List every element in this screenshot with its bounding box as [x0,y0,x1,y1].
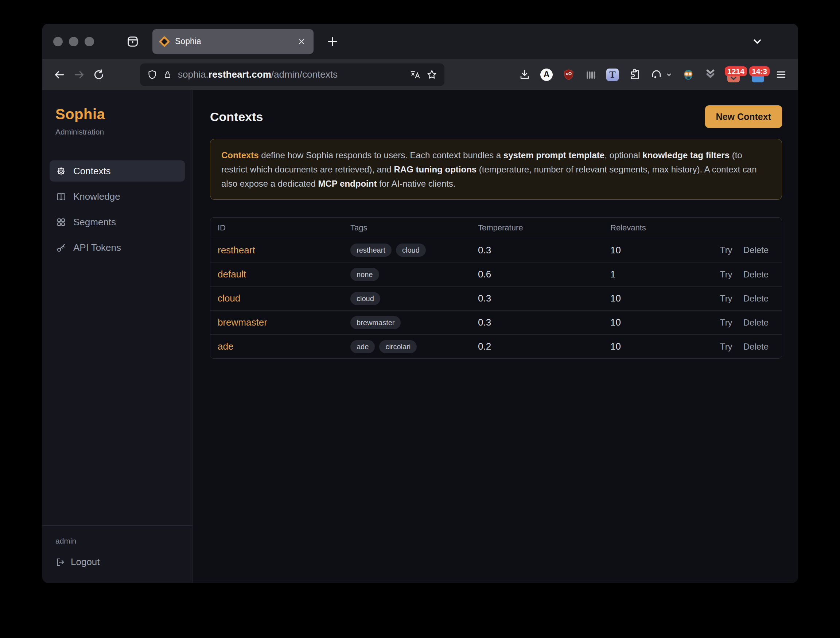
tab-title: Sophia [175,36,201,46]
relevants-value: 10 [610,245,703,256]
fence-extension-icon[interactable] [585,69,597,81]
info-segment: knowledge tag filters [643,150,729,160]
tag-pill: none [351,268,379,281]
try-button[interactable]: Try [720,342,733,352]
tag-pill: ade [351,340,375,353]
temperature-value: 0.3 [478,293,610,304]
info-segment: , optional [605,150,643,160]
desktop: { "browser": { "tab": { "title": "Sophia… [0,0,840,638]
tag-pill: restheart [351,243,392,257]
table-body: restheartrestheartcloud0.310TryDeletedef… [210,238,782,358]
window-close-button[interactable] [53,37,63,46]
sidebar-item-label: API Tokens [73,242,121,253]
delete-button[interactable]: Delete [744,269,769,280]
tag-pill: cloud [396,243,426,257]
window-minimize-button[interactable] [69,37,78,46]
context-id-link[interactable]: cloud [218,293,351,304]
try-button[interactable]: Try [720,294,733,304]
sidebar: Sophia Administration Contexts [42,90,193,583]
new-context-button[interactable]: New Context [705,105,782,128]
main-header: Contexts New Context [210,105,782,128]
table-header-row: ID Tags Temperature Relevants [210,218,782,238]
tab-list-chevron-icon[interactable] [752,36,763,47]
tag-pill: cloud [351,292,380,305]
logout-icon [55,557,65,567]
window-controls[interactable] [53,37,94,46]
tab-sidebar-toggle-icon[interactable] [126,35,139,48]
translate-icon[interactable] [410,69,421,80]
contexts-table: ID Tags Temperature Relevants restheartr… [210,217,782,359]
tracking-shield-icon[interactable] [147,69,157,79]
temperature-value: 0.3 [478,245,610,256]
main-panel: Contexts New Context Contexts define how… [193,90,798,583]
tab-sophia[interactable]: Sophia [152,29,314,54]
row-actions: TryDelete [703,245,769,255]
column-header-id: ID [218,223,351,232]
tags-cell: restheartcloud [351,243,478,257]
extensions-puzzle-icon[interactable] [628,68,641,81]
tags-cell: none [351,268,478,281]
back-button[interactable] [53,68,66,81]
delete-button[interactable]: Delete [744,317,769,328]
page-title: Contexts [210,110,263,124]
table-row: defaultnone0.61TryDelete [210,262,782,286]
svg-text:uO: uO [566,71,572,76]
clock-extension-icon[interactable]: 14:3 [751,66,765,83]
mail-extension-icon[interactable]: 1214 [726,66,741,83]
temperature-value: 0.6 [478,269,610,280]
try-button[interactable]: Try [720,269,733,280]
tab-close-icon[interactable] [297,38,306,46]
context-id-link[interactable]: restheart [218,245,351,256]
brand-title: Sophia [55,106,179,123]
gear-icon [56,166,66,176]
sidebar-item-contexts[interactable]: Contexts [50,160,185,182]
row-actions: TryDelete [703,317,769,328]
info-segment: Contexts [221,150,259,160]
tags-cell: adecircolari [351,340,478,353]
sidebar-item-label: Knowledge [73,191,120,202]
reload-button[interactable] [93,68,105,81]
menu-hamburger-icon[interactable] [775,68,787,81]
sophia-favicon-icon [159,36,170,47]
double-chevron-shield-icon[interactable] [704,68,717,81]
context-id-link[interactable]: default [218,269,351,280]
info-segment: RAG tuning options [394,164,477,174]
new-tab-button[interactable] [327,36,338,47]
table-row: brewmasterbrewmaster0.310TryDelete [210,310,782,334]
lock-icon[interactable] [163,70,172,79]
grid-icon [56,217,66,227]
sidebar-item-label: Contexts [73,166,111,177]
relevants-value: 1 [610,269,703,280]
tags-cell: cloud [351,292,478,305]
try-button[interactable]: Try [720,317,733,328]
sidebar-item-knowledge[interactable]: Knowledge [50,186,185,207]
monkey-glasses-icon[interactable] [682,68,695,81]
context-id-link[interactable]: ade [218,341,351,352]
temperature-value: 0.3 [478,317,610,328]
delete-button[interactable]: Delete [744,342,769,352]
delete-button[interactable]: Delete [744,245,769,255]
info-segment: define how Sophia responds to users. Eac… [259,150,504,160]
a-extension-icon[interactable]: A [540,68,553,81]
context-id-link[interactable]: brewmaster [218,317,351,328]
logout-button[interactable]: Logout [55,556,179,568]
bookmark-star-icon[interactable] [426,69,437,80]
downloads-icon[interactable] [519,69,531,81]
row-actions: TryDelete [703,342,769,352]
headset-chevron-icon[interactable] [666,71,672,78]
headset-icon[interactable] [651,68,662,81]
url-host-prefix: sophia. [178,69,208,80]
extension-icons: A uO T [519,66,787,83]
column-header-relevants: Relevants [610,223,703,232]
t-extension-icon[interactable]: T [606,68,619,81]
sidebar-item-api-tokens[interactable]: API Tokens [50,237,185,258]
ublock-origin-icon[interactable]: uO [562,68,575,81]
forward-button[interactable] [73,68,85,81]
delete-button[interactable]: Delete [744,294,769,304]
sidebar-item-segments[interactable]: Segments [50,212,185,232]
book-icon [56,192,66,202]
url-bar[interactable]: sophia.restheart.com/admin/contexts [140,63,444,86]
relevants-value: 10 [610,293,703,304]
window-zoom-button[interactable] [85,37,94,46]
try-button[interactable]: Try [720,245,733,255]
